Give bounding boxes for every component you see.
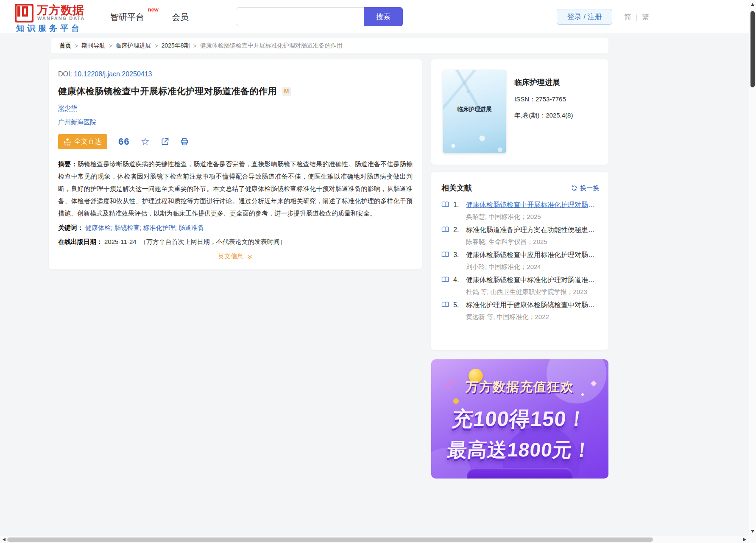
related-item: 3. 健康体检肠镜检查中应用标准化护理对肠道... 刘小玲; 中国标准化；202… bbox=[441, 250, 599, 271]
breadcrumb: 首页>期刊导航>临床护理进展>2025年8期>健康体检肠镜检查中开展标准化护理对… bbox=[51, 38, 608, 53]
book-icon bbox=[441, 226, 449, 246]
scroll-up-arrow[interactable] bbox=[751, 3, 754, 6]
journal-volume-row: 年,卷(期)：2025,4(8) bbox=[514, 112, 603, 120]
article-title: 健康体检肠镜检查中开展标准化护理对肠道准备的作用 bbox=[58, 85, 277, 97]
new-badge: new bbox=[148, 6, 159, 13]
breadcrumb-separator: > bbox=[75, 42, 78, 49]
journal-issn-row: ISSN：2753-7765 bbox=[514, 95, 603, 104]
abstract: 摘要：肠镜检查是诊断肠道疾病的关键性检查，肠道准备是否完善，直接影响肠镜下检查结… bbox=[58, 158, 413, 219]
nav-item-label: 会员 bbox=[172, 12, 189, 22]
search-box: 搜索 bbox=[236, 7, 403, 26]
journal-name[interactable]: 临床护理进展 bbox=[514, 77, 603, 87]
related-list: 1. 健康体检肠镜检查中开展标准化护理对肠道... 奂昭慧; 中国标准化；202… bbox=[441, 200, 599, 321]
vertical-scroll-thumb[interactable] bbox=[750, 11, 755, 87]
abstract-text: 肠镜检查是诊断肠道疾病的关键性检查，肠道准备是否完善，直接影响肠镜下检查结果的准… bbox=[58, 160, 413, 217]
scroll-left-arrow[interactable] bbox=[3, 538, 6, 541]
related-item-title[interactable]: 健康体检肠镜检查中标准化护理对肠道准备... bbox=[466, 275, 599, 285]
nav-item-label: 智研平台 bbox=[110, 12, 144, 22]
share-icon[interactable] bbox=[161, 137, 169, 146]
refresh-icon bbox=[571, 185, 577, 191]
nav-item-zhiyan[interactable]: 智研平台 new bbox=[110, 11, 144, 23]
related-item-number: 3. bbox=[453, 250, 466, 271]
breadcrumb-link[interactable]: 首页 bbox=[59, 42, 71, 50]
book-icon bbox=[441, 301, 449, 321]
issn-label: ISSN： bbox=[514, 95, 536, 103]
keyword-list: 健康体检; 肠镜检查; 标准化护理; 肠道准备 bbox=[85, 224, 204, 231]
doi-row: DOI: 10.12208/j.jacn.20250413 bbox=[58, 70, 413, 78]
related-item-title[interactable]: 健康体检肠镜检查中开展标准化护理对肠道... bbox=[466, 200, 599, 210]
keywords-row: 关键词： 健康体检; 肠镜检查; 标准化护理; 肠道准备 bbox=[58, 222, 413, 233]
download-icon: free bbox=[64, 138, 71, 146]
breadcrumb-link[interactable]: 2025年8期 bbox=[162, 42, 190, 50]
article-card: DOI: 10.12208/j.jacn.20250413 健康体检肠镜检查中开… bbox=[49, 59, 422, 269]
favorite-star-icon[interactable]: ☆ bbox=[140, 137, 150, 147]
breadcrumb-link[interactable]: 临床护理进展 bbox=[115, 42, 151, 50]
journal-card: 临床护理进展 临床护理进展 ISSN：2753-7765 年,卷(期)：2025… bbox=[431, 59, 608, 165]
breadcrumb-link[interactable]: 期刊导航 bbox=[81, 42, 105, 50]
english-info-toggle[interactable]: 英文信息 bbox=[58, 252, 413, 260]
scroll-down-arrow[interactable] bbox=[751, 530, 754, 533]
related-item: 2. 标准化肠道准备护理方案在功能性便秘患者... 陈春晓; 生命科学仪器；20… bbox=[441, 225, 599, 246]
related-item-meta: 陈春晓; 生命科学仪器；2025 bbox=[466, 238, 599, 246]
fulltext-button-label: 全文直达 bbox=[74, 137, 101, 146]
horizontal-scrollbar[interactable] bbox=[0, 536, 749, 543]
scrollbar-corner bbox=[749, 536, 756, 543]
english-info-label: 英文信息 bbox=[218, 252, 243, 260]
related-item-meta: 黄远新 等; 中国标准化；2022 bbox=[466, 313, 599, 321]
horizontal-scroll-thumb[interactable] bbox=[7, 537, 653, 542]
promo-offer-1: 充100得150！ bbox=[431, 405, 608, 433]
keyword-separator: ; bbox=[175, 224, 179, 231]
related-item-meta: 杜鸽 等; 山西卫生健康职业学院学报；2023 bbox=[466, 288, 599, 296]
print-icon[interactable] bbox=[180, 137, 189, 146]
related-item: 4. 健康体检肠镜检查中标准化护理对肠道准备... 杜鸽 等; 山西卫生健康职业… bbox=[441, 275, 599, 296]
related-item-number: 4. bbox=[453, 275, 466, 296]
search-button[interactable]: 搜索 bbox=[364, 7, 403, 26]
related-item-title[interactable]: 标准化肠道准备护理方案在功能性便秘患者... bbox=[466, 225, 599, 235]
nav-item-member[interactable]: 会员 bbox=[172, 11, 189, 23]
journal-cover[interactable]: 临床护理进展 bbox=[443, 70, 506, 153]
affiliation-link[interactable]: 广州新海医院 bbox=[58, 118, 96, 126]
refresh-label: 换一换 bbox=[580, 184, 599, 192]
vertical-scrollbar[interactable] bbox=[749, 0, 756, 536]
related-item-title[interactable]: 标准化护理用于健康体检肠镜检查中对肠道... bbox=[466, 300, 599, 310]
author-link[interactable]: 梁少华 bbox=[58, 104, 77, 112]
med-badge-icon[interactable]: M bbox=[282, 87, 291, 96]
scroll-right-arrow[interactable] bbox=[743, 538, 746, 541]
top-header: 万方数据 WANFANG DATA 知识服务平台 智研平台 new 会员 搜索 … bbox=[0, 0, 749, 33]
keyword-link[interactable]: 肠道准备 bbox=[179, 224, 204, 231]
cite-icon[interactable]: 66 bbox=[118, 136, 129, 147]
online-date-row: 在线出版日期：2025-11-24（万方平台首次上网日期，不代表论文的发表时间） bbox=[58, 238, 413, 246]
breadcrumb-separator: > bbox=[193, 42, 197, 49]
keyword-link[interactable]: 健康体检 bbox=[85, 224, 111, 231]
related-section-title: 相关文献 bbox=[441, 183, 472, 193]
fulltext-button[interactable]: free 全文直达 bbox=[58, 134, 107, 149]
lang-simplified[interactable]: 简 bbox=[624, 13, 631, 21]
refresh-related-button[interactable]: 换一换 bbox=[571, 184, 599, 192]
related-item: 1. 健康体检肠镜检查中开展标准化护理对肠道... 奂昭慧; 中国标准化；202… bbox=[441, 200, 599, 221]
keyword-link[interactable]: 肠镜检查 bbox=[114, 224, 140, 231]
related-item-number: 5. bbox=[453, 300, 466, 321]
keyword-link[interactable]: 标准化护理 bbox=[143, 224, 175, 231]
related-item-title[interactable]: 健康体检肠镜检查中应用标准化护理对肠道... bbox=[466, 250, 599, 260]
page: 万方数据 WANFANG DATA 知识服务平台 智研平台 new 会员 搜索 … bbox=[0, 0, 756, 543]
promo-headline: 万方数据充值狂欢 bbox=[431, 378, 608, 396]
search-input[interactable] bbox=[236, 7, 364, 26]
decor-dot bbox=[453, 398, 459, 404]
volume-value: 2025,4(8) bbox=[546, 112, 573, 119]
lang-traditional[interactable]: 繁 bbox=[642, 13, 649, 21]
online-date-value: 2025-11-24 bbox=[104, 238, 137, 245]
brand-tagline: 知识服务平台 bbox=[16, 23, 82, 34]
wanfang-logo-icon bbox=[15, 4, 33, 22]
book-icon bbox=[441, 251, 449, 271]
doi-link[interactable]: 10.12208/j.jacn.20250413 bbox=[74, 70, 152, 78]
related-item-meta: 刘小玲; 中国标准化；2024 bbox=[466, 263, 599, 271]
promo-banner[interactable]: 万方数据充值狂欢 充100得150！ 最高送1800元！ bbox=[431, 359, 608, 479]
lang-divider: | bbox=[636, 13, 637, 21]
login-register-button[interactable]: 登录 / 注册 bbox=[557, 9, 612, 25]
brand-name-en: WANFANG DATA bbox=[37, 16, 85, 21]
online-date-label: 在线出版日期： bbox=[58, 238, 103, 245]
wanfang-logo[interactable]: 万方数据 WANFANG DATA 知识服务平台 bbox=[15, 3, 100, 31]
promo-cta-button[interactable] bbox=[467, 468, 573, 479]
keyword-separator: ; bbox=[140, 224, 143, 231]
volume-label: 年,卷(期)： bbox=[514, 112, 546, 119]
